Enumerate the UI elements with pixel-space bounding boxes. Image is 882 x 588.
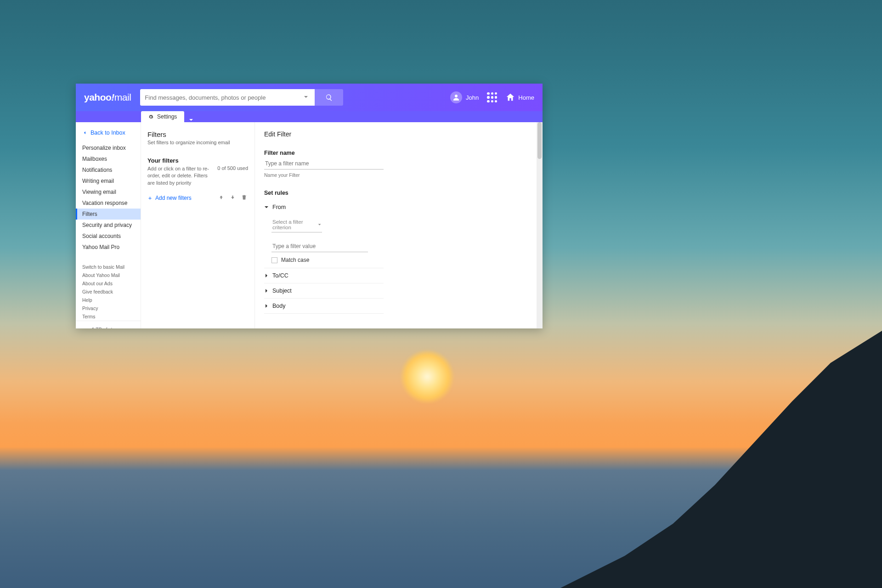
logo-text-post: mail	[114, 92, 131, 102]
storage-meter: 1 TB of storage 0.01 % used	[76, 321, 141, 328]
sidebar-item-viewing-email[interactable]: Viewing email	[76, 187, 141, 198]
sidebar-item-security-and-privacy[interactable]: Security and privacy	[76, 220, 141, 231]
match-case-checkbox[interactable]	[271, 257, 277, 263]
chevron-right-icon	[264, 304, 269, 308]
arrow-down-icon	[230, 194, 236, 200]
sidebar-item-mailboxes[interactable]: Mailboxes	[76, 153, 141, 164]
logo-text-pre: yahoo	[84, 92, 111, 102]
set-rules-label: Set rules	[264, 190, 533, 196]
edit-filter-title: Edit Filter	[264, 130, 533, 138]
avatar	[450, 91, 462, 103]
svg-point-0	[455, 95, 458, 97]
criterion-placeholder: Select a filter criterion	[272, 219, 318, 230]
rule-subject-row[interactable]: Subject	[264, 283, 384, 298]
add-new-filters-label: Add new filters	[155, 195, 192, 201]
filter-value-input[interactable]	[271, 241, 368, 252]
filter-name-helper: Name your Filter	[264, 172, 533, 178]
footer-link-help[interactable]: Help	[82, 296, 134, 304]
filter-name-input[interactable]	[264, 158, 384, 170]
back-to-inbox-link[interactable]: Back to Inbox	[76, 127, 141, 139]
search-scope-dropdown[interactable]	[302, 95, 310, 100]
filters-subtitle: Set filters to organize incoming email	[147, 140, 248, 145]
sidebar-item-vacation-response[interactable]: Vacation response	[76, 198, 141, 209]
chevron-down-icon	[189, 118, 193, 122]
mail-settings-window: yahoo!mail John	[76, 84, 543, 328]
match-case-label: Match case	[281, 257, 309, 263]
move-up-button[interactable]	[217, 193, 225, 203]
home-icon	[505, 92, 515, 102]
footer-link-about-our-ads[interactable]: About our Ads	[82, 279, 134, 288]
filter-name-label: Filter name	[264, 150, 533, 156]
footer-link-terms[interactable]: Terms	[82, 312, 134, 321]
tab-overflow[interactable]	[185, 118, 197, 122]
search-input[interactable]	[145, 94, 302, 101]
footer-link-about-yahoo-mail[interactable]: About Yahoo Mail	[82, 271, 134, 279]
search-icon	[325, 94, 333, 102]
settings-nav-list: Personalize inboxMailboxesNotificationsW…	[76, 142, 141, 253]
rule-subject-label: Subject	[272, 288, 292, 294]
rule-from-row[interactable]: From	[264, 200, 384, 215]
filters-title: Filters	[147, 130, 248, 138]
rule-tocc-row[interactable]: To/CC	[264, 268, 384, 283]
add-new-filters-button[interactable]: Add new filters	[147, 195, 214, 201]
chevron-right-icon	[264, 273, 269, 278]
settings-sidebar: Back to Inbox Personalize inboxMailboxes…	[76, 122, 141, 328]
chevron-down-icon	[264, 205, 269, 209]
rule-body-row[interactable]: Body	[264, 298, 384, 314]
header-right: John Home	[450, 91, 534, 103]
home-button[interactable]: Home	[505, 92, 534, 102]
rule-from-label: From	[272, 204, 286, 210]
trash-icon	[241, 194, 247, 200]
tab-settings[interactable]: Settings	[141, 111, 184, 122]
sidebar-item-personalize-inbox[interactable]: Personalize inbox	[76, 142, 141, 153]
choose-folder-label: Choose a folder to move to	[264, 328, 533, 328]
home-label: Home	[518, 94, 534, 101]
rule-body-label: Body	[272, 303, 286, 309]
sidebar-item-yahoo-mail-pro[interactable]: Yahoo Mail Pro	[76, 242, 141, 253]
gear-icon	[148, 114, 153, 119]
tab-label: Settings	[157, 113, 177, 120]
footer-link-switch-to-basic-mail[interactable]: Switch to basic Mail	[82, 263, 134, 271]
apps-grid-icon[interactable]	[487, 92, 497, 102]
arrow-left-icon	[82, 130, 88, 136]
arrow-up-icon	[218, 194, 224, 200]
yahoo-mail-logo[interactable]: yahoo!mail	[84, 92, 131, 103]
caret-down-icon	[318, 223, 321, 226]
sidebar-item-writing-email[interactable]: Writing email	[76, 175, 141, 187]
match-case-row[interactable]: Match case	[271, 257, 384, 263]
rule-tocc-label: To/CC	[272, 272, 288, 279]
scrollbar[interactable]	[537, 122, 543, 328]
your-filters-subtitle: Add or click on a filter to re-order, ed…	[147, 165, 214, 187]
wallpaper-sun	[400, 349, 455, 404]
chevron-right-icon	[264, 288, 269, 293]
search-bar	[140, 89, 343, 106]
search-input-wrap[interactable]	[140, 89, 315, 106]
filter-criterion-select[interactable]: Select a filter criterion	[271, 217, 322, 232]
footer-link-privacy[interactable]: Privacy	[82, 304, 134, 312]
search-button[interactable]	[315, 89, 343, 106]
filters-count: 0 of 500 used	[217, 165, 248, 171]
plus-icon	[147, 196, 153, 201]
scrollbar-thumb[interactable]	[537, 122, 542, 159]
user-menu[interactable]: John	[450, 91, 479, 103]
tab-bar: Settings	[76, 111, 543, 122]
storage-total: 1 TB of storage	[82, 327, 134, 328]
back-label: Back to Inbox	[90, 130, 125, 136]
sidebar-item-notifications[interactable]: Notifications	[76, 164, 141, 175]
settings-footer-links: Switch to basic MailAbout Yahoo MailAbou…	[76, 263, 141, 321]
settings-body: Back to Inbox Personalize inboxMailboxes…	[76, 122, 543, 328]
filters-column: Filters Set filters to organize incoming…	[141, 122, 255, 328]
person-icon	[452, 93, 460, 102]
edit-filter-column: Edit Filter Filter name Name your Filter…	[255, 122, 543, 328]
sidebar-item-filters[interactable]: Filters	[76, 209, 141, 220]
sidebar-item-social-accounts[interactable]: Social accounts	[76, 231, 141, 242]
app-header: yahoo!mail John	[76, 84, 543, 111]
footer-link-give-feedback[interactable]: Give feedback	[82, 288, 134, 296]
your-filters-title: Your filters	[147, 157, 248, 164]
delete-filter-button[interactable]	[240, 193, 248, 203]
user-name: John	[466, 94, 479, 101]
move-down-button[interactable]	[229, 193, 237, 203]
rule-from-body: Select a filter criterion Match case	[264, 215, 384, 268]
